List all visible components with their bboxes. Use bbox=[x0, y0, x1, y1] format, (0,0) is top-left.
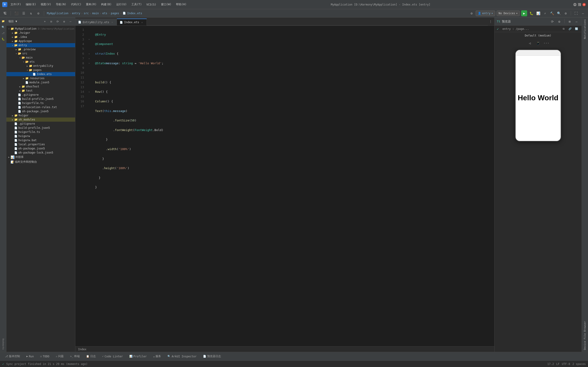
menu-tools[interactable]: 工具(T) bbox=[130, 2, 143, 7]
tree-item-localprops[interactable]: 📄 local.properties bbox=[6, 142, 75, 146]
tab-close-indexets[interactable]: ✕ bbox=[141, 21, 144, 24]
tree-item-myapp[interactable]: ▾ 📁 MyApplication D:\Harmony\MyApplicati… bbox=[6, 27, 75, 31]
maximize2-icon[interactable]: ⛶ bbox=[573, 10, 579, 16]
fold-icon-14[interactable]: ▾ bbox=[87, 91, 91, 93]
build-icon[interactable]: 🔨 bbox=[549, 10, 555, 16]
tree-item-ohpackage2[interactable]: 📄 oh-package.json5 bbox=[6, 146, 75, 150]
tree-item-entry[interactable]: ▾ 📂 entry bbox=[6, 43, 75, 47]
no-devices-btn[interactable]: No Devices ▾ bbox=[497, 10, 520, 16]
tree-item-hvigorwbat[interactable]: 📄 hvigorw.bat bbox=[6, 138, 75, 142]
tree-item-obfuscation[interactable]: 📄 obfuscation-rules.txt bbox=[6, 105, 75, 109]
preview-route-icon3[interactable]: 🔄 bbox=[574, 26, 579, 32]
status-tab-arkui[interactable]: 🔍 ArkUI Inspector bbox=[165, 353, 199, 360]
menu-edit[interactable]: 编辑(E) bbox=[24, 2, 38, 7]
profile-icon[interactable]: ⚡ bbox=[542, 10, 548, 16]
left-icon-bookmarks[interactable]: Bookmarks bbox=[2, 337, 5, 351]
minimize-btn[interactable]: ─ bbox=[573, 3, 577, 6]
left-icon-search[interactable]: 🔍 bbox=[0, 24, 6, 30]
tree-item-appscope[interactable]: ▶ 📁 AppScope bbox=[6, 39, 75, 43]
coverage-icon[interactable]: 📊 bbox=[535, 10, 541, 16]
nav-list-icon[interactable]: ☰ bbox=[21, 10, 26, 16]
menu-vcs[interactable]: VCS(S) bbox=[145, 2, 158, 7]
menu-run[interactable]: 运行(U) bbox=[115, 2, 128, 7]
tree-item-oh-modules[interactable]: ▶ 📁 oh_modules bbox=[6, 117, 75, 122]
status-tab-preview-log[interactable]: 📄 预览器日志 bbox=[200, 353, 224, 360]
preview-more-icon[interactable]: ··· bbox=[544, 40, 549, 46]
sidebar-settings-icon[interactable]: ⚙ bbox=[61, 19, 67, 24]
fold-icon-8[interactable]: ▾ bbox=[87, 62, 91, 65]
entry-dropdown-btn[interactable]: 👤 entry ▾ bbox=[476, 10, 495, 16]
tab-entryability[interactable]: 📄 EntryAbility.ets ✕ bbox=[75, 19, 117, 25]
menu-code[interactable]: 代码(C) bbox=[70, 2, 83, 7]
tree-item-gitignore[interactable]: 📄 .gitignore bbox=[6, 93, 75, 97]
tree-item-preview[interactable]: ▶ 📁 .preview bbox=[6, 47, 75, 51]
left-icon-folder[interactable]: 📁 bbox=[0, 18, 6, 24]
status-tab-version[interactable]: ⎇ 版本控制 bbox=[2, 353, 23, 360]
breadcrumb-ets[interactable]: ets bbox=[102, 12, 108, 15]
left-icon-debug[interactable]: 🐛 bbox=[0, 36, 6, 42]
tree-item-buildprofile[interactable]: 📄 build-profile.json5 bbox=[6, 97, 75, 101]
tree-item-buildprofile2[interactable]: 📄 build-profile.json5 bbox=[6, 126, 75, 130]
tree-item-pages[interactable]: ▾ 📂 pages bbox=[6, 68, 75, 72]
tree-item-scratch[interactable]: 📝 临时文件和控制台 bbox=[6, 159, 75, 164]
menu-window[interactable]: 窗口(W) bbox=[160, 2, 173, 7]
preview-minimize-icon[interactable]: — bbox=[574, 19, 579, 24]
sidebar-close-icon[interactable]: — bbox=[68, 19, 73, 24]
settings2-icon[interactable]: ⚙ bbox=[563, 10, 569, 16]
status-tab-log[interactable]: 📋 日志 bbox=[83, 353, 99, 360]
fold-icon-3[interactable]: ▾ bbox=[87, 38, 91, 41]
maximize-btn[interactable]: □ bbox=[578, 3, 581, 6]
nav-settings-icon[interactable]: ⚙ bbox=[36, 10, 41, 16]
tree-item-hvigor2[interactable]: ▶ 📁 hvigor bbox=[6, 113, 75, 117]
tree-item-ohostest[interactable]: ▶ 📁 ohosTest bbox=[6, 84, 75, 89]
search2-icon[interactable]: 🔍 bbox=[556, 10, 562, 16]
preview-prev-icon[interactable]: ◁ bbox=[527, 40, 533, 46]
status-tab-run[interactable]: ▶ Run bbox=[24, 353, 36, 360]
debug-icon[interactable]: 🐛 bbox=[528, 10, 534, 16]
breadcrumb-app[interactable]: MyApplication bbox=[47, 12, 68, 15]
preview-route-icon1[interactable]: ⧉ bbox=[561, 26, 566, 32]
tree-item-external[interactable]: ▶ 📊 外部库 bbox=[6, 155, 75, 159]
code-editor[interactable]: @Entry @Component struct Index { @State … bbox=[91, 26, 494, 346]
status-tab-linter[interactable]: ✓ Code Linter bbox=[99, 353, 126, 360]
tree-item-src[interactable]: ▾ 📂 src bbox=[6, 51, 75, 56]
status-tab-profiler[interactable]: 📊 Profiler bbox=[127, 353, 150, 360]
menu-file[interactable]: 文件(F) bbox=[9, 2, 23, 7]
close-btn[interactable]: ✕ bbox=[582, 3, 586, 6]
status-tab-problems[interactable]: ⚠ 问题 bbox=[53, 353, 67, 360]
tree-item-entryability[interactable]: ▶ 📁 entryability bbox=[6, 64, 75, 68]
device-file-browser-label[interactable]: Device File Browser bbox=[582, 319, 587, 352]
status-tab-service[interactable]: ☁ 服务 bbox=[150, 353, 164, 360]
preview-device-icon[interactable]: 📱 bbox=[535, 40, 541, 46]
menu-help[interactable]: 帮助(H) bbox=[175, 2, 188, 7]
notifications-label[interactable]: Notifications bbox=[582, 17, 587, 41]
tab-indexets[interactable]: 📄 Index.ets ✕ bbox=[117, 19, 147, 25]
breadcrumb-file[interactable]: Index.ets bbox=[127, 12, 142, 15]
nav-back-icon[interactable]: ⬛ bbox=[14, 10, 19, 16]
status-tab-terminal[interactable]: >_ 终端 bbox=[67, 353, 82, 360]
preview-refresh-icon[interactable]: ⟳ bbox=[550, 19, 555, 24]
breadcrumb-entry[interactable]: entry bbox=[72, 12, 80, 15]
preview-route-icon2[interactable]: 🔗 bbox=[567, 26, 573, 32]
fold-icon-7[interactable]: ▾ bbox=[87, 57, 91, 60]
menu-nav[interactable]: 导航(N) bbox=[54, 2, 68, 7]
tree-item-hvigorfile[interactable]: 📄 hvigorfile.ts bbox=[6, 101, 75, 105]
tab-close-entryability[interactable]: ✕ bbox=[111, 21, 114, 24]
sidebar-collapse-icon[interactable]: ⊟ bbox=[49, 19, 54, 24]
tree-item-hvigorfile2[interactable]: 📄 hvigorfile.ts bbox=[6, 130, 75, 134]
tree-item-hvigor[interactable]: ▶ 📁 .hvigor bbox=[6, 31, 75, 35]
tree-item-indexets[interactable]: 📄 Index.ets bbox=[6, 72, 75, 76]
breadcrumb-pages[interactable]: pages bbox=[111, 12, 119, 15]
breadcrumb-src[interactable]: src bbox=[84, 12, 89, 15]
collapse-icon[interactable]: — bbox=[580, 10, 586, 16]
sidebar-sync-icon[interactable]: ⟳ bbox=[55, 19, 60, 24]
tree-item-ohpackagelock[interactable]: 📄 oh-package-lock.json5 bbox=[6, 150, 75, 155]
sidebar-add-icon[interactable]: + bbox=[42, 19, 48, 24]
gear-settings-icon[interactable]: ⚙ bbox=[469, 10, 474, 16]
breadcrumb-main[interactable]: main bbox=[92, 12, 99, 15]
preview-grid-icon[interactable]: ⊞ bbox=[567, 19, 572, 24]
tree-item-idea[interactable]: ▶ 📁 .idea bbox=[6, 35, 75, 39]
tree-item-ets[interactable]: ▾ 📂 ets bbox=[6, 60, 75, 64]
tab-more-icon[interactable]: ⋮ bbox=[488, 19, 493, 24]
status-tab-todo[interactable]: ☑ TODO bbox=[37, 353, 52, 360]
